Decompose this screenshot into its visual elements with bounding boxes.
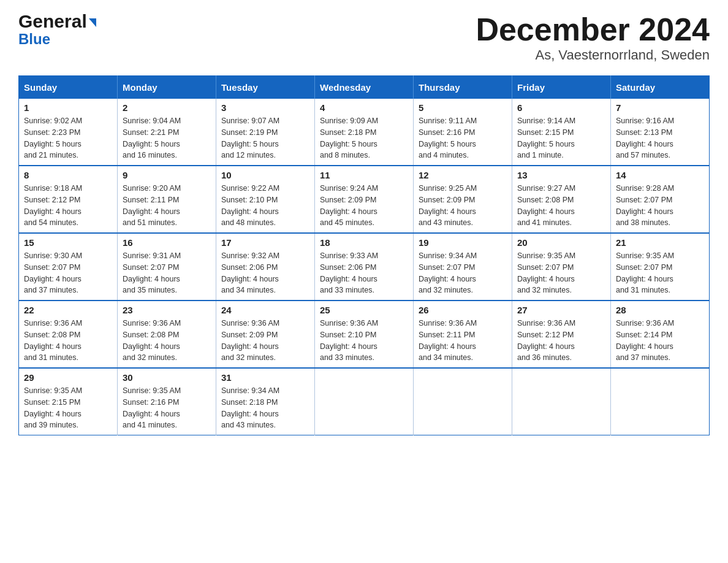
calendar-cell: 10 Sunrise: 9:22 AMSunset: 2:10 PMDaylig…	[216, 166, 315, 233]
day-number: 20	[517, 237, 605, 248]
calendar-cell: 1 Sunrise: 9:02 AMSunset: 2:23 PMDayligh…	[19, 99, 118, 166]
logo-arrow-icon	[89, 18, 96, 27]
day-number: 31	[221, 372, 309, 383]
day-number: 23	[123, 305, 211, 315]
day-info: Sunrise: 9:02 AMSunset: 2:23 PMDaylight:…	[24, 115, 112, 161]
day-info: Sunrise: 9:35 AMSunset: 2:16 PMDaylight:…	[123, 385, 211, 431]
calendar-cell: 16 Sunrise: 9:31 AMSunset: 2:07 PMDaylig…	[118, 233, 216, 301]
calendar-cell: 7 Sunrise: 9:16 AMSunset: 2:13 PMDayligh…	[611, 99, 710, 166]
page-title: December 2024	[476, 12, 710, 47]
day-number: 4	[320, 102, 408, 113]
day-number: 10	[221, 170, 309, 180]
calendar-day-header: Sunday	[19, 76, 118, 99]
calendar-cell: 30 Sunrise: 9:35 AMSunset: 2:16 PMDaylig…	[118, 368, 216, 435]
day-number: 17	[221, 237, 309, 248]
day-info: Sunrise: 9:36 AMSunset: 2:08 PMDaylight:…	[24, 318, 112, 364]
day-info: Sunrise: 9:35 AMSunset: 2:15 PMDaylight:…	[24, 385, 112, 431]
day-number: 13	[517, 170, 605, 180]
calendar-cell: 15 Sunrise: 9:30 AMSunset: 2:07 PMDaylig…	[19, 233, 118, 301]
calendar-cell: 27 Sunrise: 9:36 AMSunset: 2:12 PMDaylig…	[512, 301, 611, 368]
calendar-cell: 19 Sunrise: 9:34 AMSunset: 2:07 PMDaylig…	[414, 233, 512, 301]
day-number: 21	[616, 237, 704, 248]
calendar-cell: 3 Sunrise: 9:07 AMSunset: 2:19 PMDayligh…	[216, 99, 315, 166]
day-info: Sunrise: 9:24 AMSunset: 2:09 PMDaylight:…	[320, 183, 408, 229]
calendar-cell: 5 Sunrise: 9:11 AMSunset: 2:16 PMDayligh…	[414, 99, 512, 166]
logo-general-text: General	[18, 12, 87, 31]
calendar-cell: 8 Sunrise: 9:18 AMSunset: 2:12 PMDayligh…	[19, 166, 118, 233]
calendar-day-header: Friday	[512, 76, 611, 99]
calendar-table: SundayMondayTuesdayWednesdayThursdayFrid…	[18, 75, 710, 435]
page-subtitle: As, Vaesternorrland, Sweden	[476, 47, 710, 63]
day-number: 25	[320, 305, 408, 315]
calendar-cell: 22 Sunrise: 9:36 AMSunset: 2:08 PMDaylig…	[19, 301, 118, 368]
day-info: Sunrise: 9:04 AMSunset: 2:21 PMDaylight:…	[123, 115, 211, 161]
calendar-cell: 9 Sunrise: 9:20 AMSunset: 2:11 PMDayligh…	[118, 166, 216, 233]
calendar-week-row: 1 Sunrise: 9:02 AMSunset: 2:23 PMDayligh…	[19, 99, 710, 166]
day-info: Sunrise: 9:36 AMSunset: 2:09 PMDaylight:…	[221, 318, 309, 364]
day-number: 2	[123, 102, 211, 113]
calendar-cell	[512, 368, 611, 435]
calendar-cell: 14 Sunrise: 9:28 AMSunset: 2:07 PMDaylig…	[611, 166, 710, 233]
day-number: 15	[24, 237, 112, 248]
day-info: Sunrise: 9:33 AMSunset: 2:06 PMDaylight:…	[320, 250, 408, 296]
calendar-cell: 17 Sunrise: 9:32 AMSunset: 2:06 PMDaylig…	[216, 233, 315, 301]
day-info: Sunrise: 9:09 AMSunset: 2:18 PMDaylight:…	[320, 115, 408, 161]
day-number: 16	[123, 237, 211, 248]
calendar-cell: 26 Sunrise: 9:36 AMSunset: 2:11 PMDaylig…	[414, 301, 512, 368]
calendar-cell: 20 Sunrise: 9:35 AMSunset: 2:07 PMDaylig…	[512, 233, 611, 301]
day-number: 18	[320, 237, 408, 248]
calendar-week-row: 22 Sunrise: 9:36 AMSunset: 2:08 PMDaylig…	[19, 301, 710, 368]
day-number: 7	[616, 102, 704, 113]
day-number: 28	[616, 305, 704, 315]
calendar-cell: 21 Sunrise: 9:35 AMSunset: 2:07 PMDaylig…	[611, 233, 710, 301]
day-number: 9	[123, 170, 211, 180]
day-number: 19	[419, 237, 507, 248]
calendar-week-row: 15 Sunrise: 9:30 AMSunset: 2:07 PMDaylig…	[19, 233, 710, 301]
day-info: Sunrise: 9:28 AMSunset: 2:07 PMDaylight:…	[616, 183, 704, 229]
calendar-cell: 18 Sunrise: 9:33 AMSunset: 2:06 PMDaylig…	[315, 233, 414, 301]
day-number: 26	[419, 305, 507, 315]
day-info: Sunrise: 9:36 AMSunset: 2:10 PMDaylight:…	[320, 318, 408, 364]
calendar-cell: 4 Sunrise: 9:09 AMSunset: 2:18 PMDayligh…	[315, 99, 414, 166]
day-info: Sunrise: 9:20 AMSunset: 2:11 PMDaylight:…	[123, 183, 211, 229]
day-info: Sunrise: 9:36 AMSunset: 2:12 PMDaylight:…	[517, 318, 605, 364]
day-number: 14	[616, 170, 704, 180]
calendar-cell	[315, 368, 414, 435]
day-info: Sunrise: 9:35 AMSunset: 2:07 PMDaylight:…	[616, 250, 704, 296]
calendar-cell: 23 Sunrise: 9:36 AMSunset: 2:08 PMDaylig…	[118, 301, 216, 368]
day-number: 3	[221, 102, 309, 113]
day-info: Sunrise: 9:11 AMSunset: 2:16 PMDaylight:…	[419, 115, 507, 161]
day-info: Sunrise: 9:36 AMSunset: 2:11 PMDaylight:…	[419, 318, 507, 364]
calendar-cell: 28 Sunrise: 9:36 AMSunset: 2:14 PMDaylig…	[611, 301, 710, 368]
calendar-cell: 24 Sunrise: 9:36 AMSunset: 2:09 PMDaylig…	[216, 301, 315, 368]
day-number: 30	[123, 372, 211, 383]
calendar-week-row: 8 Sunrise: 9:18 AMSunset: 2:12 PMDayligh…	[19, 166, 710, 233]
calendar-day-header: Saturday	[611, 76, 710, 99]
day-number: 12	[419, 170, 507, 180]
day-number: 24	[221, 305, 309, 315]
day-info: Sunrise: 9:22 AMSunset: 2:10 PMDaylight:…	[221, 183, 309, 229]
day-number: 5	[419, 102, 507, 113]
day-number: 27	[517, 305, 605, 315]
day-number: 1	[24, 102, 112, 113]
calendar-cell: 29 Sunrise: 9:35 AMSunset: 2:15 PMDaylig…	[19, 368, 118, 435]
day-info: Sunrise: 9:34 AMSunset: 2:18 PMDaylight:…	[221, 385, 309, 431]
day-info: Sunrise: 9:36 AMSunset: 2:08 PMDaylight:…	[123, 318, 211, 364]
calendar-day-header: Thursday	[414, 76, 512, 99]
calendar-cell: 6 Sunrise: 9:14 AMSunset: 2:15 PMDayligh…	[512, 99, 611, 166]
day-info: Sunrise: 9:36 AMSunset: 2:14 PMDaylight:…	[616, 318, 704, 364]
calendar-cell	[414, 368, 512, 435]
calendar-header-row: SundayMondayTuesdayWednesdayThursdayFrid…	[19, 76, 710, 99]
calendar-cell	[611, 368, 710, 435]
calendar-day-header: Tuesday	[216, 76, 315, 99]
day-info: Sunrise: 9:35 AMSunset: 2:07 PMDaylight:…	[517, 250, 605, 296]
day-number: 29	[24, 372, 112, 383]
day-info: Sunrise: 9:07 AMSunset: 2:19 PMDaylight:…	[221, 115, 309, 161]
logo: General Blue	[18, 12, 96, 48]
day-number: 22	[24, 305, 112, 315]
day-info: Sunrise: 9:31 AMSunset: 2:07 PMDaylight:…	[123, 250, 211, 296]
logo-blue-text: Blue	[18, 31, 50, 48]
day-info: Sunrise: 9:16 AMSunset: 2:13 PMDaylight:…	[616, 115, 704, 161]
day-info: Sunrise: 9:14 AMSunset: 2:15 PMDaylight:…	[517, 115, 605, 161]
calendar-day-header: Wednesday	[315, 76, 414, 99]
